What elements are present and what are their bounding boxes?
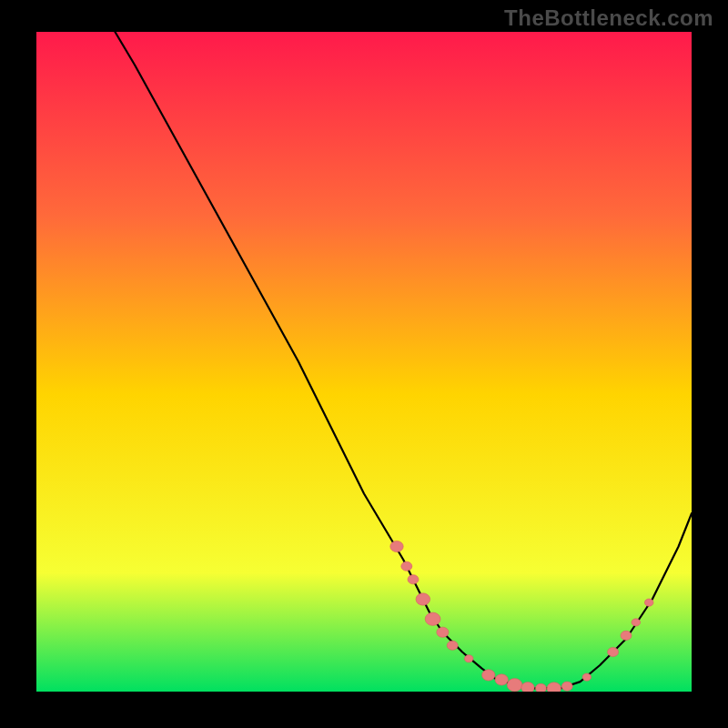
curve-marker (447, 641, 458, 650)
curve-marker (416, 593, 430, 605)
curve-marker (561, 682, 572, 691)
curve-marker (464, 655, 473, 662)
bottleneck-plot (36, 32, 692, 692)
curve-marker (401, 561, 412, 571)
curve-marker (425, 612, 440, 625)
curve-marker (644, 599, 653, 606)
curve-marker (582, 673, 592, 681)
curve-marker (390, 541, 403, 551)
curve-marker (495, 674, 508, 685)
curve-marker (482, 670, 495, 681)
curve-marker (535, 683, 546, 692)
watermark-text: TheBottleneck.com (504, 5, 713, 31)
curve-marker (608, 647, 619, 656)
chart-frame: TheBottleneck.com (0, 0, 728, 728)
gradient-background (36, 32, 692, 692)
curve-marker (621, 631, 632, 640)
curve-marker (507, 679, 522, 692)
curve-marker (408, 575, 419, 584)
curve-marker (437, 627, 449, 637)
curve-marker (632, 619, 641, 626)
curve-marker (547, 682, 561, 692)
plot-svg (36, 32, 692, 692)
curve-marker (521, 682, 534, 692)
